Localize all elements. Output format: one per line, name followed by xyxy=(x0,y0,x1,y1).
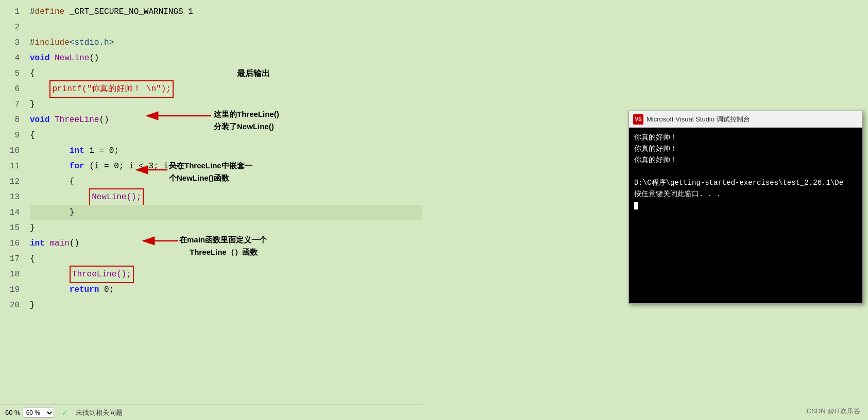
vs-icon: VS xyxy=(633,114,643,125)
code-line-19: return 0; xyxy=(30,282,422,297)
status-message: 未找到相关问题 xyxy=(76,408,123,417)
code-line-8: void ThreeLine() xyxy=(30,112,422,128)
code-line-5: { xyxy=(30,66,422,81)
code-line-18: ThreeLine(); xyxy=(30,267,422,282)
code-line-14: } xyxy=(30,205,422,220)
console-close-msg: 按任意键关闭此窗口. . . xyxy=(634,188,857,200)
console-output-line-4 xyxy=(634,166,857,177)
status-bar: 60 % 60 % 80 % 100 % ✓ 未找到相关问题 xyxy=(0,405,422,420)
zoom-label: 60 % xyxy=(5,409,21,416)
console-titlebar: VS Microsoft Visual Studio 调试控制台 xyxy=(629,111,862,128)
code-line-16: int main() xyxy=(30,236,422,251)
code-line-3: #include<stdio.h> xyxy=(30,35,422,50)
csdn-watermark: CSDN @IT欢乐谷 xyxy=(807,407,860,416)
code-line-20: } xyxy=(30,297,422,313)
code-line-10: int i = 0; xyxy=(30,143,422,159)
code-line-13: NewLine(); xyxy=(30,189,422,205)
console-window: VS Microsoft Visual Studio 调试控制台 你真的好帅！ … xyxy=(628,111,863,304)
status-ok-icon: ✓ xyxy=(62,409,68,417)
code-line-12: { xyxy=(30,174,422,189)
console-output-line-1: 你真的好帅！ xyxy=(634,132,857,143)
code-line-17: { xyxy=(30,251,422,267)
console-output-line-2: 你真的好帅！ xyxy=(634,143,857,154)
code-line-15: } xyxy=(30,220,422,236)
zoom-control[interactable]: 60 % 60 % 80 % 100 % xyxy=(5,408,54,418)
line-numbers: 1 2 3 4 5 6 7 8 9 10 11 12 13 14 15 16 1… xyxy=(0,0,26,391)
code-line-6: printf("你真的好帅！ \n"); xyxy=(30,81,422,97)
code-content: #define _CRT_SECURE_NO_WARNINGS 1 #inclu… xyxy=(26,0,422,391)
code-line-2 xyxy=(30,20,422,35)
code-line-11: for (i = 0; i < 3; i++) xyxy=(30,159,422,174)
zoom-select[interactable]: 60 % 80 % 100 % xyxy=(23,408,54,418)
code-line-9: { xyxy=(30,128,422,143)
code-line-7: } xyxy=(30,97,422,112)
console-body: 你真的好帅！ 你真的好帅！ 你真的好帅！ D:\C程序\getting-star… xyxy=(629,128,862,303)
console-cursor-line xyxy=(634,200,857,211)
console-title: Microsoft Visual Studio 调试控制台 xyxy=(646,115,750,124)
editor-area: 1 2 3 4 5 6 7 8 9 10 11 12 13 14 15 16 1… xyxy=(0,0,422,391)
console-output-line-3: 你真的好帅！ xyxy=(634,154,857,166)
console-path: D:\C程序\getting-started-exercises\test_2.… xyxy=(634,177,857,188)
code-line-1: #define _CRT_SECURE_NO_WARNINGS 1 xyxy=(30,4,422,20)
code-line-4: void NewLine() xyxy=(30,50,422,66)
